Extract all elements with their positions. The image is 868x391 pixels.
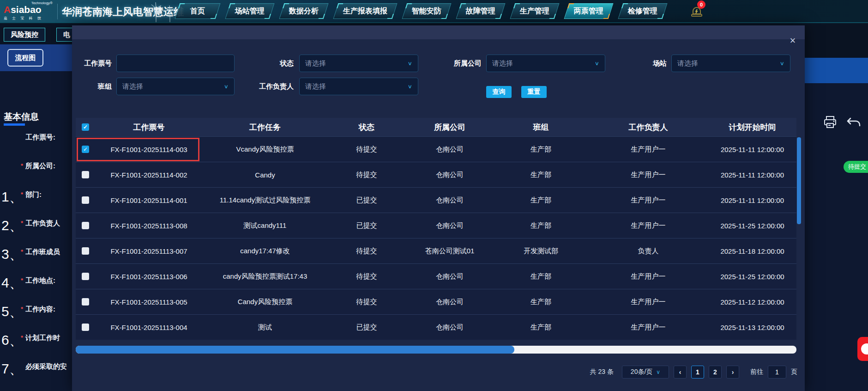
nav-item-9[interactable]: 检修管理: [618, 3, 667, 19]
cell-7: 2025-11-18 12:00:00: [708, 247, 796, 255]
next-page-button[interactable]: ›: [726, 366, 739, 379]
table-row[interactable]: FX-F1001-20251113-008测试candy111已提交仓南公司生产…: [76, 213, 796, 238]
cell-5: 生产部: [494, 323, 588, 332]
brand-logo: Technology® Asiabao 嘉 士 宝 科 技: [4, 1, 55, 22]
nav-item-7[interactable]: 生产管理: [510, 3, 559, 19]
cell-1: FX-F1001-20251113-007: [95, 247, 203, 255]
team-select[interactable]: 请选择 ∨: [116, 78, 235, 95]
cell-6: 生产用户一: [588, 298, 708, 306]
search-button[interactable]: 查询: [486, 86, 512, 98]
ticket-search-modal: × 工作票号 状态 请选择 ∨ 所属公司 请选择 ∨ 场站 请选择 ∨ 班组 请…: [72, 25, 805, 391]
field-number: 3、: [1, 246, 21, 262]
table-row[interactable]: FX-F1001-20251113-007candy17:47修改待提交苍南公司…: [76, 238, 796, 263]
screen: 风险预控 电 流程图 基本信息 工作票号:*所属公司:1、*部门:2、*工作负责…: [0, 0, 868, 391]
chevron-left-icon: ‹: [679, 368, 681, 376]
nav-item-5[interactable]: 智能安防: [402, 3, 451, 19]
brand-name: Asiabao: [4, 5, 55, 14]
row-checkbox[interactable]: ✓: [82, 146, 89, 153]
required-star-icon: *: [21, 332, 25, 341]
page-button-2[interactable]: 2: [709, 366, 722, 379]
table-row[interactable]: FX-F1001-20251113-005Candy风险预控票待提交仓南公司生产…: [76, 289, 796, 314]
pagination: 共 23 条 20条/页 ∨ ‹ 12 › 前往 页: [590, 366, 797, 379]
flow-chart-button[interactable]: 流程图: [7, 49, 43, 67]
page-size-select[interactable]: 20条/页 ∨: [622, 366, 669, 379]
row-checkbox[interactable]: [82, 298, 89, 305]
brand-rest: siabao: [11, 4, 42, 15]
nav-item-6[interactable]: 故障管理: [456, 3, 505, 19]
sidebar-fields: 工作票号:*所属公司:1、*部门:2、*工作负责人3、*工作班成员4、*工作地点…: [1, 132, 80, 390]
row-checkbox[interactable]: [82, 247, 89, 255]
cell-1: FX-F1001-20251113-008: [95, 222, 203, 230]
cell-3: 待提交: [327, 272, 406, 281]
required-star-icon: [21, 361, 25, 363]
field-label: 工作地点:: [25, 275, 55, 285]
nav-item-2[interactable]: 场站管理: [225, 3, 274, 19]
table-row[interactable]: FX-F1001-20251113-004测试已提交仓南公司生产部生产用户一20…: [76, 314, 796, 340]
field-label: 部门:: [25, 189, 42, 199]
row-checkbox[interactable]: [82, 196, 89, 204]
vertical-scrollbar[interactable]: [797, 137, 801, 224]
select-all-checkbox[interactable]: ✓: [82, 123, 89, 131]
field-label: 工作负责人: [25, 218, 60, 228]
row-checkbox-cell: [76, 196, 95, 204]
row-checkbox[interactable]: [82, 222, 89, 229]
table-header-row: ✓工作票号工作任务状态所属公司班组工作负责人计划开始时间: [76, 118, 796, 136]
tab-risk-precontrol[interactable]: 风险预控: [4, 28, 45, 42]
cell-2: 测试candy111: [203, 221, 327, 230]
row-checkbox-cell: [76, 273, 95, 280]
cell-5: 生产部: [494, 298, 588, 306]
nav-item-3[interactable]: 数据分析: [279, 3, 328, 19]
row-checkbox[interactable]: [82, 273, 89, 280]
print-icon[interactable]: [823, 115, 838, 129]
station-select[interactable]: 请选择 ∨: [671, 55, 790, 72]
table-row[interactable]: FX-F1001-20251114-00111.14candy测试过风险预控票已…: [76, 187, 796, 213]
cell-3: 已提交: [327, 323, 406, 332]
field-number: 1、: [1, 189, 21, 205]
undo-icon[interactable]: [846, 115, 862, 129]
alarm-count-badge[interactable]: 0: [697, 0, 705, 9]
reset-button[interactable]: 重置: [521, 86, 547, 98]
cell-4: 仓南公司: [406, 171, 494, 179]
alarm-area: 0: [690, 5, 708, 22]
sidebar-field-row: *所属公司:: [1, 160, 80, 177]
cell-7: 2025-11-11 12:00:00: [708, 196, 796, 204]
table-row[interactable]: FX-F1001-20251113-006candy风险预控票测试17:43待提…: [76, 263, 796, 289]
cell-7: 2025-11-25 12:00:00: [708, 222, 796, 230]
horizontal-scrollbar-thumb[interactable]: [76, 346, 514, 354]
cell-2: Vcandy风险预控票: [203, 145, 327, 154]
prev-page-button[interactable]: ‹: [674, 366, 687, 379]
cell-1: FX-F1001-20251114-001: [95, 196, 203, 204]
leader-select[interactable]: 请选择 ∨: [299, 78, 418, 95]
table-row[interactable]: ✓FX-F1001-20251114-003Vcandy风险预控票待提交仓南公司…: [76, 136, 796, 162]
chevron-right-icon: ›: [732, 368, 734, 376]
nav-item-4[interactable]: 生产报表填报: [333, 3, 397, 19]
cell-6: 生产用户一: [588, 145, 708, 154]
close-icon[interactable]: ×: [787, 35, 799, 47]
required-star-icon: *: [21, 218, 25, 226]
column-header: 工作负责人: [588, 122, 708, 133]
nav-item-1[interactable]: 首页: [175, 3, 220, 19]
nav-item-8[interactable]: 两票管理: [564, 3, 613, 19]
floating-record-button[interactable]: [857, 337, 868, 361]
cell-3: 已提交: [327, 221, 406, 230]
company-select[interactable]: 请选择 ∨: [486, 55, 605, 72]
ticket-toolbar: [823, 115, 862, 129]
required-star-icon: *: [21, 275, 25, 284]
cell-3: 待提交: [327, 145, 406, 154]
row-checkbox[interactable]: [82, 324, 89, 331]
cell-6: 生产用户一: [588, 323, 708, 332]
row-checkbox[interactable]: [82, 171, 89, 178]
cell-3: 待提交: [327, 247, 406, 256]
page-button-1[interactable]: 1: [691, 366, 704, 379]
horizontal-scrollbar-track[interactable]: [76, 346, 796, 354]
ticket-no-input[interactable]: [117, 55, 234, 72]
cell-3: 待提交: [327, 171, 406, 179]
goto-page-input[interactable]: [768, 366, 786, 379]
wind-turbine-icon: [147, 2, 179, 22]
required-star-icon: *: [21, 160, 25, 169]
column-header: 所属公司: [406, 122, 494, 133]
table-row[interactable]: FX-F1001-20251114-002Candy待提交仓南公司生产部生产用户…: [76, 162, 796, 187]
status-select[interactable]: 请选择 ∨: [299, 55, 418, 72]
header-checkbox-cell: ✓: [76, 123, 95, 131]
nav-item-label: 生产报表填报: [343, 6, 387, 16]
